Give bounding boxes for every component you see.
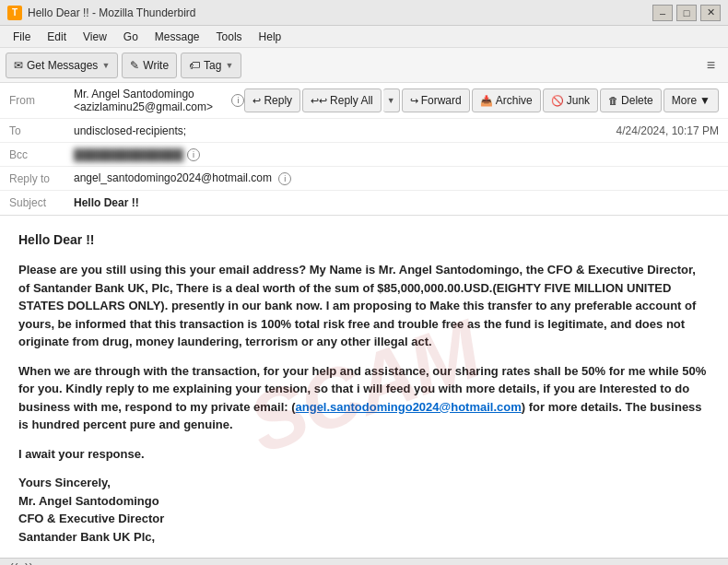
from-info-icon[interactable]: i (231, 94, 244, 107)
tag-dropdown-arrow[interactable]: ▼ (225, 61, 233, 70)
archive-icon: 📥 (480, 95, 493, 107)
menu-bar: File Edit View Go Message Tools Help (0, 26, 728, 48)
to-value: undisclosed-recipients; (74, 124, 616, 137)
menu-view[interactable]: View (76, 29, 114, 45)
bcc-info-icon[interactable]: i (187, 148, 200, 161)
menu-message[interactable]: Message (147, 29, 207, 45)
reply-all-dropdown[interactable]: ▼ (383, 88, 400, 112)
junk-button[interactable]: 🚫 Junk (543, 88, 598, 112)
tag-button[interactable]: 🏷 Tag ▼ (181, 53, 241, 78)
title-bar: T Hello Dear !! - Mozilla Thunderbird – … (0, 0, 728, 26)
replyto-value: angel_santodomingo2024@hotmail.com i (74, 171, 719, 185)
to-label: To (9, 124, 74, 137)
get-messages-dropdown-arrow[interactable]: ▼ (101, 61, 110, 70)
close-button[interactable]: ✕ (700, 5, 721, 21)
reply-all-icon: ↩↩ (311, 95, 327, 107)
app-icon: T (7, 6, 22, 20)
menu-edit[interactable]: Edit (40, 29, 74, 45)
window-controls: – □ ✕ (652, 5, 721, 21)
forward-icon: ↪ (410, 95, 418, 107)
delete-icon: 🗑 (608, 95, 618, 106)
email-date: 4/24/2024, 10:17 PM (616, 124, 719, 137)
email-body: SCAM Hello Dear !! Please are you still … (0, 216, 728, 558)
email-paragraph-1: Please are you still using this your ema… (18, 261, 710, 351)
status-bar: ((o)) (0, 558, 728, 565)
forward-button[interactable]: ↪ Forward (402, 88, 470, 112)
email-header: From Mr. Angel Santodomingo <azizlaminu2… (0, 83, 728, 216)
email-greeting: Hello Dear !! (18, 230, 710, 250)
to-row: To undisclosed-recipients; 4/24/2024, 10… (0, 119, 728, 143)
write-button[interactable]: ✎ Write (122, 53, 177, 78)
main-toolbar: ✉ Get Messages ▼ ✎ Write 🏷 Tag ▼ ≡ (0, 48, 728, 83)
window-title: Hello Dear !! - Mozilla Thunderbird (28, 6, 652, 19)
menu-tools[interactable]: Tools (209, 29, 250, 45)
email-paragraph-3: I await your response. (18, 445, 710, 464)
menu-file[interactable]: File (6, 29, 38, 45)
reply-button[interactable]: ↩ Reply (244, 88, 300, 112)
archive-button[interactable]: 📥 Archive (472, 88, 541, 112)
menu-help[interactable]: Help (252, 29, 289, 45)
get-messages-button[interactable]: ✉ Get Messages ▼ (6, 53, 118, 78)
bcc-row: Bcc ██████████████ i (0, 143, 728, 167)
delete-button[interactable]: 🗑 Delete (600, 88, 662, 112)
reply-all-button[interactable]: ↩↩ Reply All (302, 88, 382, 112)
maximize-button[interactable]: □ (676, 5, 697, 21)
more-button[interactable]: More ▼ (663, 88, 719, 112)
replyto-row: Reply to angel_santodomingo2024@hotmail.… (0, 167, 728, 191)
email-paragraph-2: When we are through with the transaction… (18, 362, 710, 434)
envelope-icon: ✉ (14, 59, 23, 72)
replyto-info-icon[interactable]: i (278, 172, 291, 185)
email-action-buttons: ↩ Reply ↩↩ Reply All ▼ ↪ Forward 📥 Archi… (244, 88, 719, 112)
bcc-value: ██████████████ (74, 148, 183, 161)
bcc-label: Bcc (9, 148, 74, 161)
reply-icon: ↩ (252, 95, 261, 107)
tag-icon: 🏷 (189, 59, 200, 72)
junk-icon: 🚫 (551, 95, 564, 107)
subject-row: Subject Hello Dear !! (0, 191, 728, 215)
subject-value: Hello Dear !! (74, 196, 719, 209)
menu-go[interactable]: Go (116, 29, 146, 45)
pencil-icon: ✎ (130, 59, 139, 72)
email-signature: Yours Sincerely, Mr. Angel Santodomingo … (18, 474, 710, 546)
connection-icon: ((o)) (9, 561, 33, 566)
minimize-button[interactable]: – (652, 5, 673, 21)
from-row: From Mr. Angel Santodomingo <azizlaminu2… (0, 83, 728, 119)
replyto-label: Reply to (9, 172, 74, 185)
subject-label: Subject (9, 196, 74, 209)
from-value: Mr. Angel Santodomingo <azizlaminu25@gma… (74, 88, 228, 113)
more-dropdown-arrow: ▼ (699, 94, 710, 107)
from-label: From (9, 94, 74, 107)
hamburger-menu-button[interactable]: ≡ (699, 53, 722, 77)
